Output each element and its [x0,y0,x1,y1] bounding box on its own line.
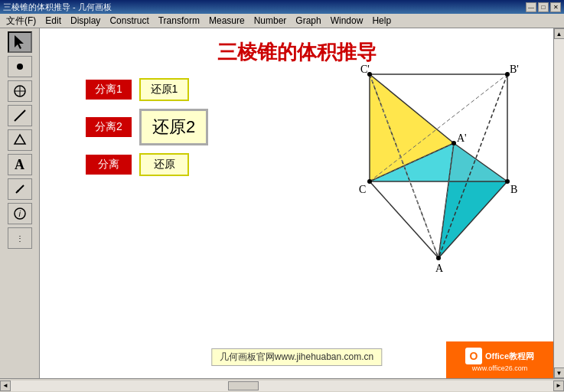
scroll-right-button[interactable]: ► [553,381,564,391]
right-scrollbar: ▲ ▼ [553,28,564,378]
svg-text:C: C [359,184,366,195]
menu-file[interactable]: 文件(F) [2,14,41,28]
minimize-button[interactable]: — [526,2,536,12]
maximize-button[interactable]: □ [538,2,549,12]
close-button[interactable]: ✕ [550,2,561,12]
hscroll-track[interactable] [11,381,553,391]
office-logo: O Office教程网 www.office26.com [446,341,553,378]
svg-text:i: i [18,209,21,218]
pen-tool[interactable] [8,178,32,200]
sep2-button[interactable]: 分离2 [86,117,132,137]
svg-point-38 [367,179,372,184]
title-bar-controls: — □ ✕ [526,2,561,12]
point-tool[interactable] [8,56,32,77]
sep3-button[interactable]: 分离 [86,155,132,175]
svg-point-40 [452,141,456,145]
svg-marker-0 [15,35,24,49]
menu-help[interactable]: Help [367,15,396,27]
canvas-area: 三棱锥的体积推导 分离1 还原1 分离2 还原2 分离 还原 [40,28,553,378]
title-bar: 三棱锥的体积推导 - 几何画板 — □ ✕ [0,0,564,14]
button-row-2: 分离2 还原2 [86,109,208,145]
menu-edit[interactable]: Edit [41,15,66,27]
scroll-track[interactable] [554,39,565,368]
svg-text:B: B [510,184,517,195]
line-tool[interactable] [8,105,32,126]
select-tool[interactable] [8,31,32,53]
svg-line-5 [15,110,25,121]
svg-text:B': B' [510,64,519,75]
scroll-left-button[interactable]: ◄ [0,381,11,391]
svg-text:A': A' [457,132,467,144]
polygon-tool[interactable] [8,129,32,151]
svg-point-39 [505,179,510,184]
menu-construct[interactable]: Construct [105,15,153,27]
watermark: 几何画板官网www.jihehuaban.com.cn [211,348,382,366]
main-area: A i ⋮ 三棱锥的体积推导 分离1 还原1 分离2 还原2 分离 [0,28,564,378]
scroll-up-button[interactable]: ▲ [554,28,565,39]
button-row-1: 分离1 还原1 [86,78,208,101]
button-row-3: 分离 还原 [86,153,208,176]
info-tool[interactable]: i [8,203,32,224]
svg-point-41 [436,256,441,260]
menu-graph[interactable]: Graph [291,15,325,27]
menu-window[interactable]: Window [326,15,368,27]
menu-number[interactable]: Number [249,15,292,27]
bottom-bar: ◄ ► [0,378,564,392]
menu-bar: 文件(F) Edit Display Construct Transform M… [0,14,564,28]
restore2-button[interactable]: 还原2 [139,109,208,145]
menu-measure[interactable]: Measure [204,15,249,27]
more-tool[interactable]: ⋮ [8,227,32,249]
buttons-area: 分离1 还原1 分离2 还原2 分离 还原 [86,78,208,176]
svg-line-18 [370,181,438,258]
geometry-figure: C' B' A' C B A [354,59,530,284]
svg-text:A: A [435,263,444,274]
text-tool[interactable]: A [8,154,32,175]
office-url: www.office26.com [472,364,527,372]
office-title: Office教程网 [485,351,534,362]
menu-display[interactable]: Display [66,15,105,27]
hscroll-thumb[interactable] [228,381,259,390]
scroll-down-button[interactable]: ▼ [554,368,565,378]
svg-marker-6 [15,135,25,144]
svg-point-1 [17,64,23,70]
bottom-scrollbar: ◄ ► [0,381,564,391]
menu-transform[interactable]: Transform [154,15,204,27]
toolbar: A i ⋮ [0,28,40,378]
svg-point-37 [505,72,510,77]
svg-point-36 [367,72,372,77]
compass-tool[interactable] [8,80,32,102]
restore3-button[interactable]: 还原 [139,153,189,176]
sep1-button[interactable]: 分离1 [86,80,132,100]
title-bar-title: 三棱锥的体积推导 - 几何画板 [3,2,112,13]
restore1-button[interactable]: 还原1 [139,78,189,101]
